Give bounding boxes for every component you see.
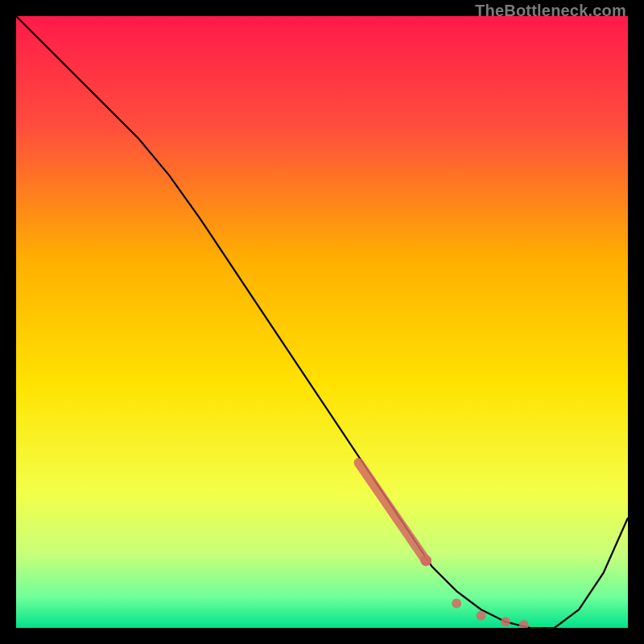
- svg-point-1: [420, 555, 431, 566]
- svg-point-4: [501, 617, 510, 626]
- chart-frame: TheBottleneck.com: [0, 0, 644, 644]
- svg-point-2: [452, 599, 461, 609]
- svg-point-3: [477, 611, 486, 621]
- bottleneck-chart: [16, 16, 628, 628]
